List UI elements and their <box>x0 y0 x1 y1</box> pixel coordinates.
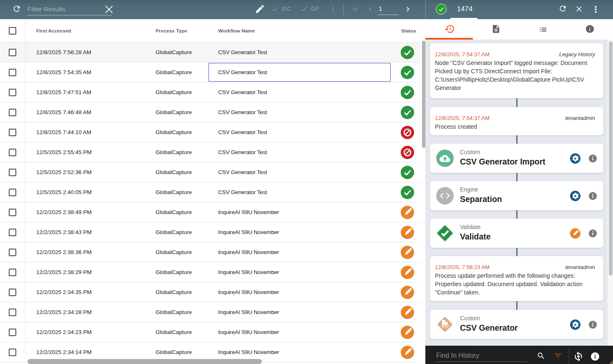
svg-text:CSV: CSV <box>443 325 449 328</box>
